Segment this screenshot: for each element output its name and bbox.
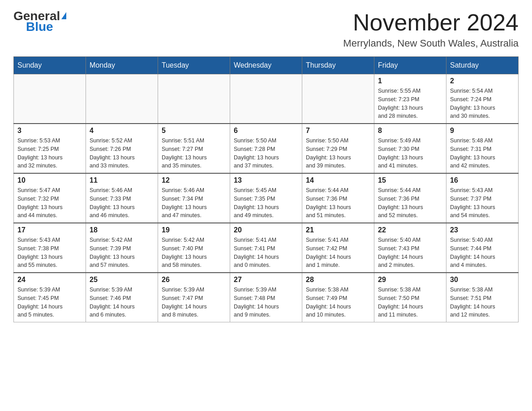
- day-info: Sunrise: 5:41 AM Sunset: 7:42 PM Dayligh…: [306, 236, 370, 270]
- table-row: 1Sunrise: 5:55 AM Sunset: 7:23 PM Daylig…: [374, 74, 446, 124]
- day-number: 5: [162, 127, 226, 135]
- logo-triangle-icon: [61, 12, 66, 19]
- location-subtitle: Merrylands, New South Wales, Australia: [343, 38, 519, 49]
- table-row: 21Sunrise: 5:41 AM Sunset: 7:42 PM Dayli…: [302, 223, 374, 273]
- day-info: Sunrise: 5:42 AM Sunset: 7:39 PM Dayligh…: [90, 236, 154, 270]
- day-number: 27: [234, 276, 298, 284]
- day-info: Sunrise: 5:50 AM Sunset: 7:28 PM Dayligh…: [234, 137, 298, 170]
- day-info: Sunrise: 5:38 AM Sunset: 7:51 PM Dayligh…: [450, 286, 515, 319]
- day-number: 11: [90, 176, 154, 184]
- day-number: 22: [378, 226, 442, 234]
- calendar-week-row: 1Sunrise: 5:55 AM Sunset: 7:23 PM Daylig…: [14, 74, 519, 124]
- day-info: Sunrise: 5:43 AM Sunset: 7:37 PM Dayligh…: [450, 186, 515, 220]
- table-row: 24Sunrise: 5:39 AM Sunset: 7:45 PM Dayli…: [14, 273, 86, 322]
- day-info: Sunrise: 5:44 AM Sunset: 7:36 PM Dayligh…: [378, 186, 442, 220]
- table-row: 8Sunrise: 5:49 AM Sunset: 7:30 PM Daylig…: [374, 124, 446, 173]
- day-number: 29: [378, 276, 442, 284]
- header-wednesday: Wednesday: [230, 57, 302, 74]
- day-info: Sunrise: 5:38 AM Sunset: 7:50 PM Dayligh…: [378, 286, 442, 319]
- logo-blue-text: Blue: [26, 20, 53, 34]
- day-number: 12: [162, 176, 226, 184]
- calendar-week-row: 3Sunrise: 5:53 AM Sunset: 7:25 PM Daylig…: [14, 124, 519, 173]
- table-row: 18Sunrise: 5:42 AM Sunset: 7:39 PM Dayli…: [86, 223, 158, 273]
- table-row: 23Sunrise: 5:40 AM Sunset: 7:44 PM Dayli…: [446, 223, 519, 273]
- day-info: Sunrise: 5:48 AM Sunset: 7:31 PM Dayligh…: [450, 137, 515, 170]
- table-row: 17Sunrise: 5:43 AM Sunset: 7:38 PM Dayli…: [14, 223, 86, 273]
- day-info: Sunrise: 5:46 AM Sunset: 7:34 PM Dayligh…: [162, 186, 226, 220]
- day-number: 17: [17, 226, 82, 234]
- day-number: 19: [162, 226, 226, 234]
- table-row: 20Sunrise: 5:41 AM Sunset: 7:41 PM Dayli…: [230, 223, 302, 273]
- calendar-header-row: Sunday Monday Tuesday Wednesday Thursday…: [14, 57, 519, 74]
- day-number: 10: [17, 176, 82, 184]
- header-sunday: Sunday: [14, 57, 86, 74]
- table-row: 16Sunrise: 5:43 AM Sunset: 7:37 PM Dayli…: [446, 173, 519, 223]
- day-number: 3: [17, 127, 82, 135]
- table-row: 4Sunrise: 5:52 AM Sunset: 7:26 PM Daylig…: [86, 124, 158, 173]
- table-row: [230, 74, 302, 124]
- calendar-week-row: 10Sunrise: 5:47 AM Sunset: 7:32 PM Dayli…: [14, 173, 519, 223]
- day-number: 30: [450, 276, 515, 284]
- table-row: [158, 74, 230, 124]
- table-row: 7Sunrise: 5:50 AM Sunset: 7:29 PM Daylig…: [302, 124, 374, 173]
- page-header: General Blue November 2024 Merrylands, N…: [13, 9, 519, 49]
- calendar-week-row: 24Sunrise: 5:39 AM Sunset: 7:45 PM Dayli…: [14, 273, 519, 322]
- logo: General Blue: [13, 9, 66, 34]
- table-row: 10Sunrise: 5:47 AM Sunset: 7:32 PM Dayli…: [14, 173, 86, 223]
- day-info: Sunrise: 5:51 AM Sunset: 7:27 PM Dayligh…: [162, 137, 226, 170]
- day-info: Sunrise: 5:46 AM Sunset: 7:33 PM Dayligh…: [90, 186, 154, 220]
- day-number: 13: [234, 176, 298, 184]
- day-number: 25: [90, 276, 154, 284]
- day-info: Sunrise: 5:44 AM Sunset: 7:36 PM Dayligh…: [306, 186, 370, 220]
- header-tuesday: Tuesday: [158, 57, 230, 74]
- day-info: Sunrise: 5:49 AM Sunset: 7:30 PM Dayligh…: [378, 137, 442, 170]
- day-info: Sunrise: 5:55 AM Sunset: 7:23 PM Dayligh…: [378, 87, 442, 120]
- title-area: November 2024 Merrylands, New South Wale…: [343, 9, 519, 49]
- day-info: Sunrise: 5:39 AM Sunset: 7:45 PM Dayligh…: [17, 286, 82, 319]
- header-friday: Friday: [374, 57, 446, 74]
- day-info: Sunrise: 5:40 AM Sunset: 7:44 PM Dayligh…: [450, 236, 515, 270]
- table-row: 28Sunrise: 5:38 AM Sunset: 7:49 PM Dayli…: [302, 273, 374, 322]
- table-row: 30Sunrise: 5:38 AM Sunset: 7:51 PM Dayli…: [446, 273, 519, 322]
- day-info: Sunrise: 5:53 AM Sunset: 7:25 PM Dayligh…: [17, 137, 82, 170]
- table-row: 11Sunrise: 5:46 AM Sunset: 7:33 PM Dayli…: [86, 173, 158, 223]
- day-number: 26: [162, 276, 226, 284]
- table-row: 26Sunrise: 5:39 AM Sunset: 7:47 PM Dayli…: [158, 273, 230, 322]
- day-info: Sunrise: 5:41 AM Sunset: 7:41 PM Dayligh…: [234, 236, 298, 270]
- table-row: 12Sunrise: 5:46 AM Sunset: 7:34 PM Dayli…: [158, 173, 230, 223]
- header-thursday: Thursday: [302, 57, 374, 74]
- day-number: 4: [90, 127, 154, 135]
- table-row: 29Sunrise: 5:38 AM Sunset: 7:50 PM Dayli…: [374, 273, 446, 322]
- table-row: 25Sunrise: 5:39 AM Sunset: 7:46 PM Dayli…: [86, 273, 158, 322]
- day-info: Sunrise: 5:39 AM Sunset: 7:46 PM Dayligh…: [90, 286, 154, 319]
- day-info: Sunrise: 5:43 AM Sunset: 7:38 PM Dayligh…: [17, 236, 82, 270]
- table-row: 15Sunrise: 5:44 AM Sunset: 7:36 PM Dayli…: [374, 173, 446, 223]
- day-info: Sunrise: 5:47 AM Sunset: 7:32 PM Dayligh…: [17, 186, 82, 220]
- day-info: Sunrise: 5:50 AM Sunset: 7:29 PM Dayligh…: [306, 137, 370, 170]
- table-row: 14Sunrise: 5:44 AM Sunset: 7:36 PM Dayli…: [302, 173, 374, 223]
- table-row: 5Sunrise: 5:51 AM Sunset: 7:27 PM Daylig…: [158, 124, 230, 173]
- day-number: 20: [234, 226, 298, 234]
- day-number: 7: [306, 127, 370, 135]
- table-row: 3Sunrise: 5:53 AM Sunset: 7:25 PM Daylig…: [14, 124, 86, 173]
- day-number: 23: [450, 226, 515, 234]
- day-number: 24: [17, 276, 82, 284]
- day-number: 2: [450, 77, 515, 85]
- month-title: November 2024: [343, 9, 519, 36]
- table-row: 2Sunrise: 5:54 AM Sunset: 7:24 PM Daylig…: [446, 74, 519, 124]
- day-info: Sunrise: 5:39 AM Sunset: 7:47 PM Dayligh…: [162, 286, 226, 319]
- day-number: 6: [234, 127, 298, 135]
- day-info: Sunrise: 5:42 AM Sunset: 7:40 PM Dayligh…: [162, 236, 226, 270]
- header-saturday: Saturday: [446, 57, 519, 74]
- table-row: 13Sunrise: 5:45 AM Sunset: 7:35 PM Dayli…: [230, 173, 302, 223]
- table-row: [86, 74, 158, 124]
- day-number: 1: [378, 77, 442, 85]
- day-info: Sunrise: 5:54 AM Sunset: 7:24 PM Dayligh…: [450, 87, 515, 120]
- table-row: [302, 74, 374, 124]
- day-number: 16: [450, 176, 515, 184]
- table-row: [14, 74, 86, 124]
- table-row: 19Sunrise: 5:42 AM Sunset: 7:40 PM Dayli…: [158, 223, 230, 273]
- table-row: 22Sunrise: 5:40 AM Sunset: 7:43 PM Dayli…: [374, 223, 446, 273]
- table-row: 9Sunrise: 5:48 AM Sunset: 7:31 PM Daylig…: [446, 124, 519, 173]
- day-info: Sunrise: 5:40 AM Sunset: 7:43 PM Dayligh…: [378, 236, 442, 270]
